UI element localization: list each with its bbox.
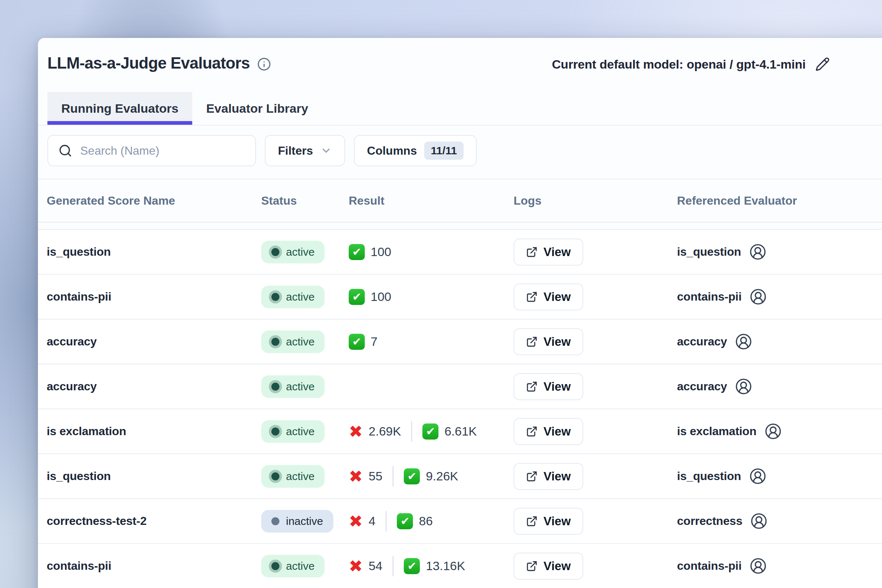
fail-value: 55 (369, 469, 382, 483)
pass-value: 100 (370, 290, 392, 304)
status-dot-icon (272, 338, 279, 346)
table-row[interactable]: contains-pii active ✔ 100 View co (38, 274, 882, 320)
status-label: active (286, 336, 314, 348)
fail-count: ✖ 55 (349, 468, 382, 485)
status-badge: active (261, 555, 325, 578)
tab-evaluator-library[interactable]: Evaluator Library (192, 92, 322, 125)
pass-value: 86 (419, 514, 433, 528)
view-logs-button[interactable]: View (514, 508, 583, 535)
columns-label: Columns (367, 144, 417, 158)
check-mark-icon: ✔ (349, 244, 365, 260)
result-divider (393, 466, 394, 487)
pass-count: ✔ 9.26K (404, 468, 458, 484)
columns-button[interactable]: Columns 11/11 (354, 135, 477, 166)
external-link-icon (526, 426, 538, 437)
referenced-evaluator-name: contains-pii (677, 290, 742, 303)
referenced-evaluator-cell: is exclamation (677, 423, 882, 440)
table-row[interactable]: accuracy active View accuracy (38, 364, 882, 409)
view-logs-button[interactable]: View (514, 553, 583, 580)
user-circle-icon (749, 243, 766, 261)
default-model-label: Current default model: openai / gpt-4.1-… (552, 57, 806, 72)
status-label: active (286, 425, 314, 438)
check-mark-icon: ✔ (349, 334, 365, 350)
search-input[interactable] (80, 144, 245, 158)
status-badge: active (261, 375, 325, 398)
generated-score-name: is_question (47, 470, 261, 483)
fail-count: ✖ 54 (349, 558, 382, 574)
pass-count: ✔ 7 (349, 334, 378, 350)
filters-label: Filters (278, 144, 313, 158)
view-label: View (543, 424, 571, 438)
search-icon (58, 144, 72, 158)
view-label: View (543, 335, 571, 349)
column-header-logs: Logs (514, 194, 677, 207)
status-dot-icon (272, 562, 279, 570)
view-logs-button[interactable]: View (514, 238, 583, 266)
status-dot-icon (272, 517, 279, 525)
result-cell: ✔ 100 (349, 244, 514, 260)
pass-value: 6.61K (444, 424, 477, 438)
view-logs-button[interactable]: View (514, 463, 583, 490)
status-badge: active (261, 330, 325, 353)
status-badge: inactive (261, 510, 333, 532)
pass-count: ✔ 100 (349, 244, 392, 260)
referenced-evaluator-cell: accuracy (677, 333, 882, 350)
result-cell: ✔ 100 (349, 289, 514, 305)
view-logs-button[interactable]: View (514, 328, 583, 355)
generated-score-name: correctness-test-2 (47, 514, 261, 528)
view-logs-button[interactable]: View (514, 418, 583, 445)
user-circle-icon (765, 423, 782, 440)
status-label: active (286, 470, 314, 483)
column-header-result: Result (349, 194, 514, 207)
pencil-icon[interactable] (815, 57, 830, 72)
generated-score-name: is_question (47, 245, 261, 259)
user-circle-icon (749, 468, 766, 485)
status-label: active (286, 381, 314, 393)
pass-count: ✔ 86 (397, 513, 433, 529)
user-circle-icon (750, 557, 767, 574)
view-logs-button[interactable]: View (514, 284, 583, 310)
referenced-evaluator-cell: correctness (677, 513, 882, 530)
check-mark-icon: ✔ (404, 468, 420, 484)
page-title: LLM-as-a-Judge Evaluators (47, 54, 250, 72)
tab-bar: Running Evaluators Evaluator Library (38, 92, 882, 126)
result-divider (411, 421, 412, 442)
result-cell: ✔ 7 (349, 334, 514, 350)
search-box[interactable] (47, 135, 256, 166)
status-label: inactive (286, 515, 323, 528)
external-link-icon (526, 515, 538, 527)
evaluators-panel: LLM-as-a-Judge Evaluators Current defaul… (38, 38, 882, 588)
pass-value: 9.26K (426, 469, 458, 483)
result-cell: ✖ 55 ✔ 9.26K (349, 466, 514, 487)
chevron-down-icon (320, 145, 332, 156)
external-link-icon (526, 471, 538, 482)
table-toolbar: Filters Columns 11/11 (38, 126, 882, 180)
external-link-icon (526, 336, 538, 348)
table-row[interactable]: correctness-test-2 inactive ✖ 4 ✔ 86 (38, 499, 882, 544)
pass-count: ✔ 100 (349, 289, 392, 305)
table-row[interactable]: is exclamation active ✖ 2.69K ✔ 6.61K (38, 409, 882, 454)
user-circle-icon (750, 288, 767, 305)
external-link-icon (526, 291, 538, 303)
check-mark-icon: ✔ (349, 289, 365, 305)
view-logs-button[interactable]: View (514, 373, 583, 400)
table-row[interactable]: contains-pii active ✖ 54 ✔ 13.16K (38, 544, 882, 588)
info-icon[interactable] (257, 57, 271, 71)
generated-score-name: accuracy (47, 380, 261, 393)
result-divider (393, 556, 394, 576)
view-label: View (543, 470, 571, 483)
external-link-icon (526, 381, 538, 393)
status-badge: active (261, 465, 325, 488)
filters-button[interactable]: Filters (265, 135, 345, 166)
user-circle-icon (735, 333, 752, 350)
status-dot-icon (272, 472, 279, 480)
table-row[interactable]: accuracy active ✔ 7 View accuracy (38, 320, 882, 364)
result-cell: ✖ 4 ✔ 86 (349, 511, 514, 531)
pass-value: 7 (370, 334, 378, 349)
status-dot-icon (272, 293, 279, 301)
tab-running-evaluators[interactable]: Running Evaluators (47, 92, 192, 125)
table-row[interactable]: is_question active ✖ 55 ✔ 9.26K V (38, 454, 882, 499)
referenced-evaluator-cell: is_question (677, 468, 882, 485)
status-label: active (286, 560, 314, 572)
table-row[interactable]: is_question active ✔ 100 View is_ (38, 230, 882, 274)
